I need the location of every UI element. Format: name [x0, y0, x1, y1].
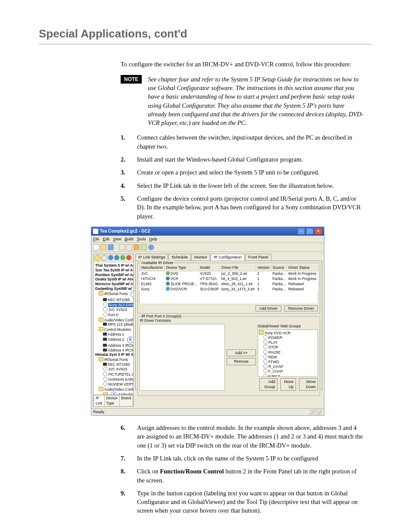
up-icon[interactable]	[114, 255, 119, 260]
tree-node[interactable]: JVC XV523	[94, 367, 132, 372]
build-icon[interactable]	[141, 244, 147, 250]
gv-groups-list[interactable]: Sony DVD-VCRPOWERPLAYSTOPPAUSEREWFFWDR_C…	[258, 330, 318, 377]
tree-node[interactable]: HARMAN KARDON HK-3270	[94, 377, 132, 382]
right-tabs[interactable]: IP Link SettingsScheduleMonitorIR Config…	[135, 254, 322, 261]
column-header[interactable]: Version	[256, 265, 271, 271]
minus-icon[interactable]	[126, 255, 131, 260]
down-icon[interactable]	[108, 255, 113, 260]
remove-button[interactable]: Remove	[227, 358, 256, 365]
tree-node[interactable]: Address 3 IRCM DV+ [DVD]	[94, 343, 132, 348]
gv-item[interactable]: STOP	[259, 345, 317, 349]
maximize-button[interactable]: □	[306, 228, 314, 235]
resize-grip[interactable]	[309, 409, 322, 415]
tree-node[interactable]: Address 2 6	[94, 336, 132, 343]
menu-view[interactable]: View	[113, 237, 121, 241]
intro-paragraph: To configure the switcher for an IRCM-DV…	[121, 60, 364, 68]
tree-node[interactable]: NEC MT1065	[94, 298, 132, 302]
remove-driver-button[interactable]: Remove Driver	[284, 305, 318, 311]
tool-icon[interactable]	[101, 255, 107, 261]
help-icon[interactable]	[148, 244, 154, 250]
move-up-button[interactable]: Move Up	[280, 378, 296, 391]
column-header[interactable]: Source	[271, 265, 287, 271]
tree-node[interactable]: IR/Serial Ports 5	[94, 291, 132, 298]
add-group-button[interactable]: Add Group	[259, 378, 277, 391]
gv-folder[interactable]: Sony DVD-VCR	[259, 330, 317, 335]
tab-schedule[interactable]: Schedule	[168, 254, 191, 261]
add-driver-button[interactable]: Add Driver	[255, 305, 282, 311]
tree-node[interactable]: Address 4 IRCM DV+ [VCR]	[94, 348, 132, 353]
gv-item[interactable]: REW	[259, 355, 317, 359]
tree-node[interactable]: NEC MT1065	[94, 362, 132, 367]
add-button[interactable]: Add >>	[227, 349, 256, 357]
menu-build[interactable]: Build	[125, 237, 133, 241]
tree-node[interactable]: NUVIEW VERTICAL BLIND	[94, 382, 132, 387]
column-header[interactable]: Device Type	[165, 265, 199, 271]
add-folder-icon[interactable]	[94, 255, 100, 261]
gv-item[interactable]: PAUSE	[259, 350, 317, 355]
right-panel: IP Link SettingsScheduleMonitorIR Config…	[135, 254, 322, 407]
tab-brand[interactable]: Brand	[119, 395, 134, 407]
tab-ip-link[interactable]: IP Link	[93, 395, 105, 407]
minimize-button[interactable]: –	[297, 228, 305, 235]
column-header[interactable]: Model	[199, 265, 220, 271]
device-tree[interactable]: Thai System 5 IP w/ Amp : 10.13.199.Sun …	[93, 262, 133, 406]
save-icon[interactable]	[108, 244, 114, 250]
plus-icon[interactable]	[120, 255, 125, 260]
table-row[interactable]: HITACHIVCRVT-S772Ahit_4_503_1.eir1Packa.…	[140, 277, 318, 282]
tree-node[interactable]: Morocco Syst5IP w/ Amp : 10.13.199.	[94, 282, 132, 286]
gv-item[interactable]: R_CHAP	[259, 364, 317, 369]
gv-item[interactable]: EJECT	[259, 374, 317, 377]
tree-node[interactable]: MPS 112 [disabled]	[94, 322, 132, 327]
tree-node[interactable]: Rooibos Syst5IP w/ Amp : 10.13.199.2	[94, 273, 132, 277]
column-header[interactable]: Manufacturer	[140, 265, 165, 271]
table-row[interactable]: SonyDVD/VCRSLV-D300Psony_34_1473_3.eir3P…	[140, 287, 318, 292]
tab-front-panel[interactable]: Front Panel	[245, 254, 271, 261]
tree-node[interactable]: Address 1	[94, 332, 132, 337]
gv-item[interactable]: PLAY	[259, 340, 317, 345]
tree-node[interactable]: Audio/Video Configuration	[94, 317, 132, 323]
steps-list-a: 1.Connect cables between the switcher, i…	[121, 133, 364, 220]
menu-edit[interactable]: Edit	[103, 237, 110, 241]
gv-item[interactable]: FFWD	[259, 359, 317, 364]
table-row[interactable]: JVCDVDXV523jvc_2_558_2.eir2Packa...Work …	[140, 271, 318, 276]
move-down-button[interactable]: Move Down	[299, 378, 318, 391]
driver-table[interactable]: ManufacturerDevice TypeModelDriver FileV…	[140, 265, 318, 292]
copy-icon[interactable]	[126, 244, 132, 250]
paste-icon[interactable]	[134, 244, 140, 250]
tab-device-type[interactable]: Device Type	[104, 395, 120, 407]
left-tabs[interactable]: IP Link Device Type Brand GlobalView	[93, 395, 133, 407]
tree-node[interactable]: Port D	[94, 312, 132, 317]
cut-icon[interactable]	[119, 244, 125, 250]
menu-file[interactable]: File	[93, 237, 100, 241]
column-header[interactable]: Driver File	[220, 265, 256, 271]
column-header[interactable]: Driver Status	[287, 265, 318, 271]
tab-ip-link-settings[interactable]: IP Link Settings	[135, 254, 168, 261]
tree-node[interactable]: PICTURETEL 960	[94, 372, 132, 377]
tab-ir-configuration[interactable]: IR Configuration	[211, 254, 245, 261]
menu-tools[interactable]: Tools	[137, 237, 146, 241]
tab-globalview[interactable]: GlobalView	[133, 395, 134, 407]
tree-node[interactable]: Sony SLV-D300P	[94, 302, 132, 308]
tree-node[interactable]: Sun Tea Syst5 IP w/ Amp : 10.13.199.	[94, 268, 132, 273]
tree-node[interactable]: Himalai Syst 5 IP W/ Amp : 10.13.199.2	[94, 352, 132, 357]
table-row[interactable]: ELMOSLIDE PROJE...TRS-35XGelmo_28_421_1.…	[140, 282, 318, 287]
gv-item[interactable]: F_CHAP	[259, 369, 317, 373]
tree-node[interactable]: Control Modules	[94, 327, 132, 332]
tree-node[interactable]: Thai System 5 IP w/ Amp : 10.13.199.	[94, 263, 132, 268]
menubar[interactable]: FileEditViewBuildToolsHelp	[91, 236, 324, 243]
gv-item[interactable]: POWER	[259, 335, 317, 340]
tree-node[interactable]: JVC XV523	[94, 307, 132, 312]
steps-list-b: 6.Assign addresses to the control module…	[121, 423, 364, 515]
tree-node[interactable]: Audio/Video Configuration	[94, 387, 132, 392]
tab-monitor[interactable]: Monitor	[191, 254, 210, 261]
tree-node[interactable]: IR/Serial Ports	[94, 357, 132, 362]
open-icon[interactable]	[100, 244, 106, 250]
tree-node[interactable]: Osaka Syst5 IP w/ Amp : 10.13.199.2	[94, 277, 132, 282]
toolbar[interactable]	[91, 243, 324, 252]
menu-help[interactable]: Help	[149, 237, 157, 241]
new-icon[interactable]	[93, 244, 99, 250]
ir-functions-list[interactable]	[140, 324, 225, 391]
tree-node[interactable]: Darjeeling Syst5IP w/ Amp : 10.13.199	[94, 286, 132, 291]
left-toolbar[interactable]	[93, 254, 133, 262]
close-button[interactable]: ×	[314, 228, 322, 235]
